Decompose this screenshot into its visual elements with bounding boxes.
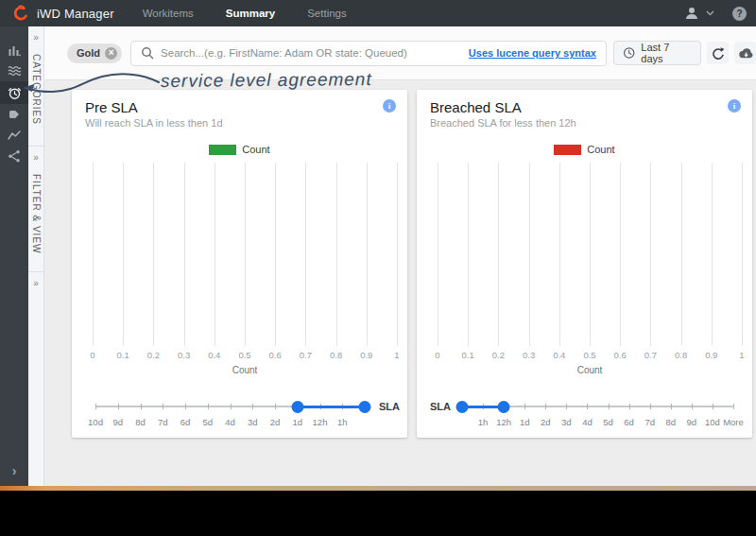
slider-tick-label: 8d	[665, 417, 676, 427]
time-range-button[interactable]: Last 7 days	[613, 41, 701, 65]
slider-tick	[733, 404, 734, 409]
panel-label-filter-view[interactable]: FILTER & VIEW	[31, 174, 42, 254]
gridline	[498, 163, 499, 346]
chart-plot-area	[93, 163, 397, 346]
slider-tick	[629, 404, 630, 409]
alarm-clock-icon	[8, 86, 22, 100]
card-title: Breached SLA	[417, 90, 752, 115]
search-box: Uses lucene query syntax	[130, 41, 607, 66]
slider-tick	[609, 404, 610, 409]
slider-tick	[671, 404, 672, 409]
panel-extra-collapsed: »	[28, 272, 43, 486]
slider-tick	[185, 404, 186, 409]
share-icon	[8, 149, 21, 163]
slider-tick-label: 6d	[180, 417, 191, 427]
slider-tick-label: 1h	[337, 417, 348, 427]
cloud-download-icon	[737, 46, 754, 61]
slider-tick	[231, 404, 232, 409]
breached-sla-card: Breached SLA Breached SLA for less then …	[417, 90, 752, 438]
time-range-label: Last 7 days	[641, 42, 692, 64]
filter-chip-label: Gold	[77, 47, 100, 59]
slider-tick-label: 9d	[112, 417, 123, 427]
rail-expand-chevron-icon[interactable]: ›	[12, 463, 17, 478]
gridline	[93, 163, 94, 346]
gridline	[650, 163, 651, 346]
nav-item-workitems[interactable]: Workitems	[143, 8, 194, 19]
x-tick-label: 0.1	[117, 350, 129, 360]
sla-range-slider: 1h12h1d2d3d4d5d6d7d8d9d10dMoreSLA	[462, 398, 733, 436]
x-tick-label: 1	[739, 350, 744, 360]
slider-tick-label: 3d	[561, 417, 572, 427]
x-tick-label: 0.3	[178, 350, 190, 360]
slider-tick-label: 6d	[624, 417, 634, 427]
slider-handle[interactable]	[359, 401, 371, 413]
lucene-syntax-link[interactable]: Uses lucene query syntax	[469, 47, 596, 59]
legend-swatch	[554, 145, 581, 155]
genesys-logo-icon	[9, 4, 28, 23]
slider-active-range[interactable]	[298, 406, 365, 408]
gridline	[590, 163, 591, 346]
x-tick-label: 0.1	[462, 350, 474, 360]
slider-tick	[275, 404, 276, 409]
refresh-button[interactable]	[707, 42, 729, 64]
x-tick-label: 0.5	[583, 350, 595, 360]
chevron-down-icon[interactable]	[706, 10, 714, 16]
x-tick-label: 1	[394, 350, 399, 360]
sidebar-item-sla-clock[interactable]	[0, 81, 28, 104]
panel-label-categories[interactable]: CATEGORIES	[31, 54, 42, 125]
slider-tick	[118, 404, 119, 409]
chip-close-icon[interactable]: ×	[105, 47, 117, 60]
x-axis-ticks: 00.10.20.30.40.50.60.70.80.91	[438, 350, 742, 361]
filter-chip-gold[interactable]: Gold ×	[67, 43, 122, 63]
slider-handle[interactable]	[498, 401, 510, 413]
sidebar-item-bar-chart[interactable]	[0, 40, 28, 61]
slider-tick-label: 12h	[313, 417, 328, 427]
info-icon[interactable]: i	[728, 99, 741, 112]
nav-item-settings[interactable]: Settings	[307, 8, 347, 19]
x-tick-label: 0.9	[705, 350, 717, 360]
x-tick-label: 0.4	[208, 350, 220, 360]
x-tick-label: 0.6	[614, 350, 627, 360]
info-icon[interactable]: i	[383, 99, 396, 112]
clock-icon	[623, 46, 635, 60]
slider-handle[interactable]	[291, 401, 303, 413]
main-nav: Workitems Summary Settings	[143, 8, 347, 19]
sidebar-item-share[interactable]	[0, 146, 28, 166]
gridline	[305, 163, 306, 346]
top-navbar: iWD Manager Workitems Summary Settings ?	[0, 0, 756, 26]
refresh-icon	[711, 46, 725, 61]
slider-tick-label: 12h	[496, 417, 511, 427]
expand-panel-icon[interactable]: »	[33, 153, 39, 163]
slider-tick-label: 5d	[202, 417, 213, 427]
slider-tick	[545, 404, 546, 409]
sidebar-item-trend[interactable]	[0, 125, 28, 146]
x-tick-label: 0	[90, 350, 94, 360]
card-subtitle: Will reach SLA in less then 1d	[72, 115, 407, 129]
slider-tick-label: 8d	[135, 417, 146, 427]
nav-item-summary[interactable]: Summary	[226, 8, 275, 19]
slider-tick-label: 10d	[705, 417, 720, 427]
slider-tick-label: 10d	[88, 417, 103, 427]
expand-panel-icon[interactable]: »	[33, 279, 39, 288]
gridline	[681, 163, 682, 346]
slider-tick-label: 1d	[292, 417, 302, 427]
user-icon[interactable]	[684, 6, 699, 21]
sidebar-item-tag[interactable]	[0, 104, 28, 125]
slider-tick-label: 2d	[270, 417, 281, 427]
x-tick-label: 0.4	[553, 350, 565, 360]
gridline	[397, 163, 398, 346]
summary-content: Pre SLA Will reach SLA in less then 1d i…	[44, 80, 756, 486]
help-icon[interactable]: ?	[732, 7, 747, 21]
download-button[interactable]	[734, 42, 756, 64]
gridline	[153, 163, 154, 346]
expand-panel-icon[interactable]: »	[33, 33, 39, 43]
x-axis-label: Count	[93, 365, 397, 375]
slider-tick	[163, 404, 163, 409]
sidebar-item-waves[interactable]	[0, 61, 28, 81]
gridline	[438, 163, 438, 346]
slider-handle[interactable]	[456, 401, 469, 413]
search-input[interactable]	[161, 47, 469, 59]
slider-tick-label: 4d	[225, 417, 235, 427]
gridline	[245, 163, 246, 346]
pre-sla-card: Pre SLA Will reach SLA in less then 1d i…	[72, 90, 407, 438]
